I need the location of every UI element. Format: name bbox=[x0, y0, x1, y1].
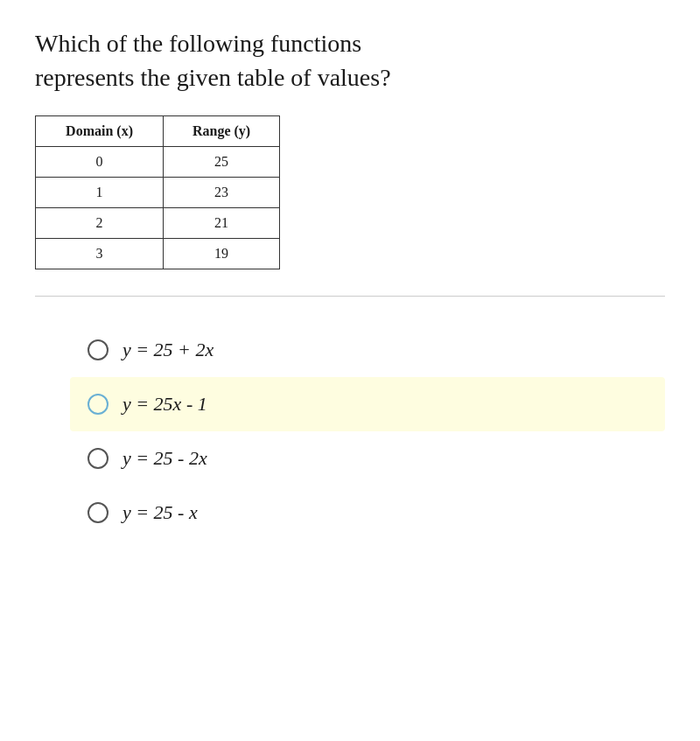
table-row: 2 21 bbox=[36, 208, 280, 239]
range-cell: 25 bbox=[164, 147, 280, 178]
domain-cell: 1 bbox=[36, 178, 164, 208]
domain-cell: 2 bbox=[36, 208, 164, 239]
option-2[interactable]: y = 25x - 1 bbox=[70, 377, 665, 431]
option-label-2: y = 25x - 1 bbox=[122, 393, 207, 416]
option-label-3: y = 25 - 2x bbox=[122, 447, 207, 470]
domain-cell: 0 bbox=[36, 147, 164, 178]
range-header: Range (y) bbox=[164, 116, 280, 147]
question-line2: represents the given table of values? bbox=[35, 64, 391, 91]
table-row: 3 19 bbox=[36, 239, 280, 269]
option-4[interactable]: y = 25 - x bbox=[70, 486, 665, 540]
options-container: y = 25 + 2x y = 25x - 1 y = 25 - 2x y = … bbox=[35, 323, 665, 540]
radio-circle-4 bbox=[88, 502, 108, 523]
question-text: Which of the following functions represe… bbox=[35, 26, 665, 94]
option-3[interactable]: y = 25 - 2x bbox=[70, 431, 665, 486]
domain-cell: 3 bbox=[36, 239, 164, 269]
radio-circle-1 bbox=[88, 339, 108, 360]
option-label-4: y = 25 - x bbox=[122, 501, 198, 524]
table-container: Domain (x) Range (y) 0 25 1 23 2 21 3 19 bbox=[35, 115, 665, 269]
radio-circle-2 bbox=[88, 394, 108, 415]
option-1[interactable]: y = 25 + 2x bbox=[70, 323, 665, 377]
question-line1: Which of the following functions bbox=[35, 30, 361, 57]
range-cell: 23 bbox=[164, 178, 280, 208]
section-divider bbox=[35, 296, 665, 297]
option-label-1: y = 25 + 2x bbox=[122, 339, 214, 361]
domain-header: Domain (x) bbox=[36, 116, 164, 147]
radio-circle-3 bbox=[88, 448, 108, 469]
table-row: 1 23 bbox=[36, 178, 280, 208]
range-cell: 19 bbox=[164, 239, 280, 269]
table-row: 0 25 bbox=[36, 147, 280, 178]
range-cell: 21 bbox=[164, 208, 280, 239]
values-table: Domain (x) Range (y) 0 25 1 23 2 21 3 19 bbox=[35, 115, 280, 269]
question-container: Which of the following functions represe… bbox=[35, 26, 665, 540]
